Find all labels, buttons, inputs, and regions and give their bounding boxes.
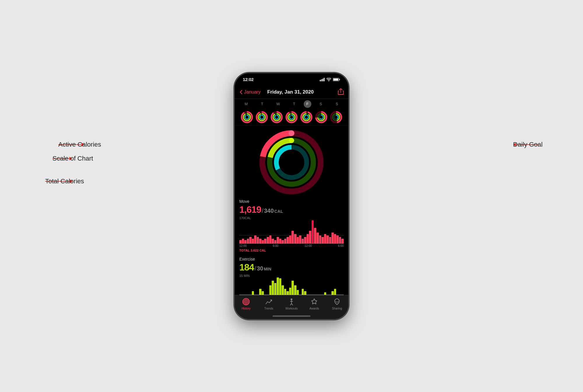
day-tue[interactable]: T xyxy=(256,102,268,106)
scrollable-content[interactable]: → → ↑ → Move 1,619 / xyxy=(235,126,348,319)
move-bar-3 xyxy=(247,239,249,243)
activity-ring-svg: → → ↑ → xyxy=(259,130,324,194)
mini-ring-wed[interactable] xyxy=(270,111,283,124)
signal-icon xyxy=(320,78,325,81)
ex-bar-15 xyxy=(277,277,279,295)
move-bar-2 xyxy=(244,240,247,243)
move-bar-36 xyxy=(329,237,331,243)
move-bar-28 xyxy=(309,231,311,243)
day-fri-active[interactable]: F xyxy=(304,100,311,108)
move-bar-25 xyxy=(302,239,304,243)
day-mon[interactable]: M xyxy=(240,102,252,106)
mini-ring-sat[interactable] xyxy=(315,111,328,124)
move-bar-13 xyxy=(272,239,274,243)
day-wed[interactable]: W xyxy=(272,102,285,106)
day-sun[interactable]: S xyxy=(330,102,343,106)
history-icon xyxy=(242,298,250,306)
move-bar-35 xyxy=(326,235,329,243)
move-bar-5 xyxy=(252,239,254,243)
mini-ring-mon[interactable] xyxy=(240,111,253,124)
time-label-3: 12:00 xyxy=(305,244,312,247)
move-bar-9 xyxy=(262,240,264,243)
chart-scale: 170CAL xyxy=(239,216,344,220)
exercise-chart-container: 15 MIN xyxy=(235,273,348,295)
big-ring: → → ↑ → xyxy=(259,130,324,194)
move-bar-14 xyxy=(274,240,277,243)
status-bar: 12:02 xyxy=(235,73,348,86)
mini-ring-thu[interactable] xyxy=(285,111,298,124)
tab-bar: History Trends xyxy=(235,295,348,319)
svg-point-64 xyxy=(245,301,247,303)
ex-bar-19 xyxy=(287,291,289,295)
svg-point-36 xyxy=(304,115,308,119)
mini-ring-fri[interactable] xyxy=(300,111,313,124)
svg-text:→: → xyxy=(289,156,294,162)
wifi-icon xyxy=(326,78,331,81)
ex-bar-5 xyxy=(252,291,254,295)
exercise-display: 184 / 30 MIN xyxy=(239,262,344,273)
move-bar-41 xyxy=(341,239,344,243)
phone-frame: 12:02 xyxy=(235,73,348,319)
active-calories-label: Active Calories xyxy=(58,141,101,148)
ex-chart-scale: 15 MIN xyxy=(239,274,344,277)
move-bar-6 xyxy=(254,235,257,243)
move-bar-4 xyxy=(249,237,252,243)
workouts-icon xyxy=(287,298,296,306)
svg-rect-0 xyxy=(320,80,321,81)
ex-unit: MIN xyxy=(264,267,271,271)
svg-text:→: → xyxy=(289,161,294,167)
status-time: 12:02 xyxy=(243,77,254,82)
ex-bar-37 xyxy=(331,291,334,295)
tab-sharing[interactable]: Sharing xyxy=(326,298,348,310)
move-bar-23 xyxy=(297,237,299,243)
ring-row xyxy=(235,109,348,126)
svg-text:↑: ↑ xyxy=(290,166,293,172)
ex-bar-18 xyxy=(284,289,287,295)
svg-point-63 xyxy=(244,300,248,304)
tab-awards[interactable]: Awards xyxy=(303,298,326,310)
svg-text:→: → xyxy=(296,132,300,137)
svg-point-54 xyxy=(289,138,294,143)
move-chart-container: 170CAL 12:00 6:00 12:00 6:00 TOTAL xyxy=(235,215,348,254)
scale-of-chart-annotation: Scale of Chart xyxy=(52,157,72,160)
tab-workouts[interactable]: Workouts xyxy=(280,298,303,310)
move-section: Move 1,619 / 340 CAL xyxy=(235,197,348,215)
svg-point-30 xyxy=(289,115,294,119)
battery-icon xyxy=(333,78,340,81)
cal-divider: / xyxy=(262,208,264,214)
day-sat[interactable]: S xyxy=(315,102,327,106)
move-bar-12 xyxy=(269,235,272,243)
ex-bar-34 xyxy=(324,292,326,295)
day-thu[interactable]: T xyxy=(288,102,301,106)
tab-history[interactable]: History xyxy=(235,298,257,310)
tab-history-label: History xyxy=(241,307,250,310)
move-bar-18 xyxy=(284,239,287,243)
nav-bar: January Friday, Jan 31, 2020 xyxy=(235,86,348,99)
move-bar-40 xyxy=(339,237,341,243)
status-icons xyxy=(320,78,340,81)
mini-ring-sun[interactable] xyxy=(330,111,343,124)
ex-bar-38 xyxy=(334,289,336,295)
ex-bar-14 xyxy=(274,283,277,294)
ex-divider: / xyxy=(254,265,256,272)
move-bar-26 xyxy=(304,237,306,243)
daily-goal-annotation: Daily Goal xyxy=(513,143,539,146)
time-label-4: 6:00 xyxy=(338,244,344,247)
tab-trends[interactable]: Trends xyxy=(257,298,280,310)
awards-icon xyxy=(310,298,318,306)
notch xyxy=(273,73,310,82)
nav-title: Friday, Jan 31, 2020 xyxy=(243,89,338,95)
share-button[interactable] xyxy=(338,88,344,96)
tab-sharing-label: Sharing xyxy=(332,307,342,310)
svg-rect-6 xyxy=(333,78,338,80)
move-bar-15 xyxy=(277,237,279,243)
move-bar-24 xyxy=(299,235,301,243)
exercise-section: Exercise 184 / 30 MIN xyxy=(235,254,348,273)
goal-minutes: 30 xyxy=(257,265,263,272)
chart-bars xyxy=(239,220,344,243)
total-calories: TOTAL 3,622 CAL xyxy=(239,248,344,254)
move-bar-29 xyxy=(312,220,314,243)
move-bar-8 xyxy=(259,239,261,243)
mini-ring-tue[interactable] xyxy=(255,111,268,124)
sharing-icon xyxy=(333,298,341,306)
